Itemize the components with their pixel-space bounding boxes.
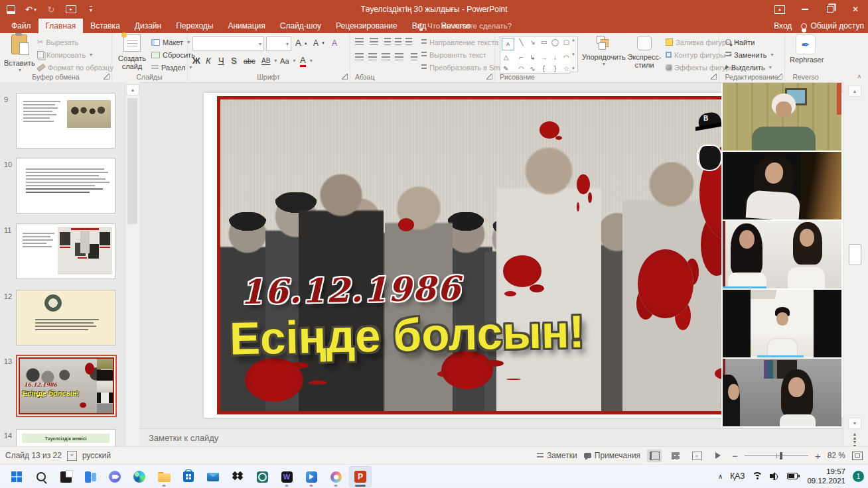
align-left-icon[interactable]	[355, 53, 364, 60]
font-size-combo[interactable]: ▾	[266, 36, 291, 51]
paste-button[interactable]: Вставить ▾	[4, 34, 35, 73]
keyboard-language[interactable]: ҚАЗ	[730, 471, 745, 481]
start-button[interactable]	[5, 466, 28, 487]
language-indicator[interactable]: русский	[82, 451, 111, 460]
dropbox-icon[interactable]	[226, 466, 249, 487]
char-spacing-button[interactable]: АВ▾	[261, 54, 277, 67]
text-direction-button[interactable]: Направление текста	[421, 36, 498, 48]
comments-toggle[interactable]: Примечания	[584, 451, 640, 460]
shapes-scrollbar[interactable]: ▲ ▼ ▼	[569, 36, 578, 72]
new-slide-button[interactable]: Создать слайд	[115, 34, 149, 70]
shape-textbox[interactable]: A	[502, 38, 514, 50]
select-button[interactable]: Выделить▾	[725, 61, 772, 74]
shape-right-arrow[interactable]: →	[538, 52, 549, 63]
shape-triangle[interactable]: △	[500, 52, 512, 63]
drawing-dialog-launcher[interactable]	[711, 74, 717, 80]
tab-insert[interactable]: Вставка	[83, 19, 127, 33]
video-tile-students-pair-1[interactable]	[723, 221, 841, 288]
tab-slideshow[interactable]: Слайд-шоу	[273, 19, 328, 33]
tell-me-box[interactable]: Что вы хотите сделать?	[418, 19, 512, 33]
edge-icon[interactable]	[128, 466, 151, 487]
bold-button[interactable]: Ж	[192, 54, 200, 67]
battery-icon[interactable]	[787, 473, 800, 479]
filmora-icon[interactable]: W	[275, 466, 298, 487]
shape-line[interactable]: ╲	[516, 36, 527, 48]
numbering-icon[interactable]	[370, 38, 378, 45]
scroll-down-button[interactable]: ▼	[848, 418, 861, 429]
photos-app-icon[interactable]	[54, 466, 77, 487]
volume-icon[interactable]	[770, 472, 780, 480]
tab-file[interactable]: Файл	[4, 19, 38, 33]
tab-design[interactable]: Дизайн	[127, 19, 169, 33]
arrange-button[interactable]: Упорядочить ▾	[582, 34, 624, 67]
view-slide-sorter-button[interactable]	[668, 450, 683, 462]
ribbon-display-options-icon[interactable]: ▲	[767, 0, 792, 19]
restore-button[interactable]	[818, 0, 843, 19]
video-tile-students-pair-2[interactable]	[723, 359, 841, 426]
teams-chat-icon[interactable]	[104, 466, 126, 487]
sign-in-link[interactable]: Вход	[774, 21, 792, 30]
underline-button[interactable]: Ч	[218, 54, 224, 67]
bullets-icon[interactable]	[355, 38, 364, 45]
file-explorer-icon[interactable]	[153, 466, 175, 487]
movies-tv-icon[interactable]	[300, 466, 323, 487]
notes-toggle[interactable]: Заметки	[537, 451, 577, 460]
cut-button[interactable]: ✂Вырезать	[37, 36, 78, 48]
align-text-button[interactable]: Выровнять текст	[421, 48, 486, 61]
align-right-icon[interactable]	[382, 53, 390, 60]
scroll-thumb[interactable]	[849, 244, 861, 265]
font-dialog-launcher[interactable]	[342, 74, 348, 80]
replace-button[interactable]: Заменить▾	[725, 48, 773, 61]
thumbnail-scrollbar[interactable]: ▲	[125, 82, 139, 446]
thumbnail-slide-9[interactable]	[16, 93, 115, 149]
collapse-ribbon-icon[interactable]: ∧	[857, 73, 861, 80]
font-color-button[interactable]: А▾	[300, 54, 313, 67]
increase-indent-icon[interactable]	[395, 38, 401, 45]
thumbnail-slide-14[interactable]: Тәуелсіздік жемісі	[16, 429, 115, 446]
spellcheck-icon[interactable]: ✕	[67, 451, 77, 461]
copy-button[interactable]: Копировать▾	[37, 48, 92, 61]
change-case-button[interactable]: Аа▾	[280, 54, 296, 67]
view-reading-button[interactable]: ✕	[689, 450, 704, 462]
decrease-indent-icon[interactable]	[384, 38, 391, 45]
find-button[interactable]: Найти	[725, 36, 755, 48]
grow-font-button[interactable]: А▲	[295, 36, 308, 49]
tab-home[interactable]: Главная	[38, 19, 84, 33]
shape-down-arrow[interactable]: ↓	[549, 52, 561, 63]
layout-button[interactable]: Макет▾	[151, 36, 190, 48]
shape-arrow[interactable]: ↘	[527, 36, 538, 48]
zoom-slider[interactable]	[745, 451, 808, 460]
zoom-out-button[interactable]: −	[732, 450, 738, 461]
thumbnail-slide-12[interactable]	[16, 290, 115, 345]
paragraph-dialog-launcher[interactable]	[486, 74, 492, 80]
tray-chevron-icon[interactable]: ∧	[718, 473, 723, 480]
paint-icon[interactable]	[325, 466, 347, 487]
shape-elbow[interactable]: ⌐	[516, 52, 527, 63]
video-tile-teacher[interactable]	[723, 83, 841, 151]
line-spacing-icon[interactable]	[405, 38, 412, 45]
thumbnail-slide-11[interactable]	[16, 223, 115, 279]
tab-review[interactable]: Рецензирование	[328, 19, 405, 33]
zoom-in-button[interactable]: +	[815, 450, 821, 461]
thumbnail-slide-10[interactable]	[16, 158, 115, 213]
close-button[interactable]: ✕	[843, 0, 868, 19]
fit-to-window-icon[interactable]	[852, 452, 863, 460]
font-name-combo[interactable]: ▾	[192, 36, 264, 51]
share-button[interactable]: Общий доступ	[801, 21, 864, 30]
strikethrough-button[interactable]: abc	[244, 54, 255, 67]
rephraser-button[interactable]: ✒ Rephraser	[790, 34, 822, 64]
clear-formatting-button[interactable]: А	[332, 36, 337, 49]
clock[interactable]: 19:57 09.12.2021	[807, 467, 845, 486]
powerpoint-taskbar-icon[interactable]: P	[349, 466, 372, 487]
shape-rectangle[interactable]: ▭	[538, 36, 549, 48]
view-normal-button[interactable]	[647, 450, 662, 462]
section-button[interactable]: Раздел▾	[151, 61, 192, 74]
thumbnail-slide-13-selected[interactable]: 16.12.1986 Есіңде болсын!	[16, 355, 117, 417]
justify-icon[interactable]	[395, 53, 403, 60]
align-center-icon[interactable]	[368, 53, 377, 60]
italic-button[interactable]: К	[206, 54, 211, 67]
zoom-percent[interactable]: 82 %	[828, 451, 845, 460]
notification-badge[interactable]: 1	[853, 471, 864, 482]
wifi-icon[interactable]	[752, 472, 762, 480]
columns-icon[interactable]	[411, 53, 417, 60]
